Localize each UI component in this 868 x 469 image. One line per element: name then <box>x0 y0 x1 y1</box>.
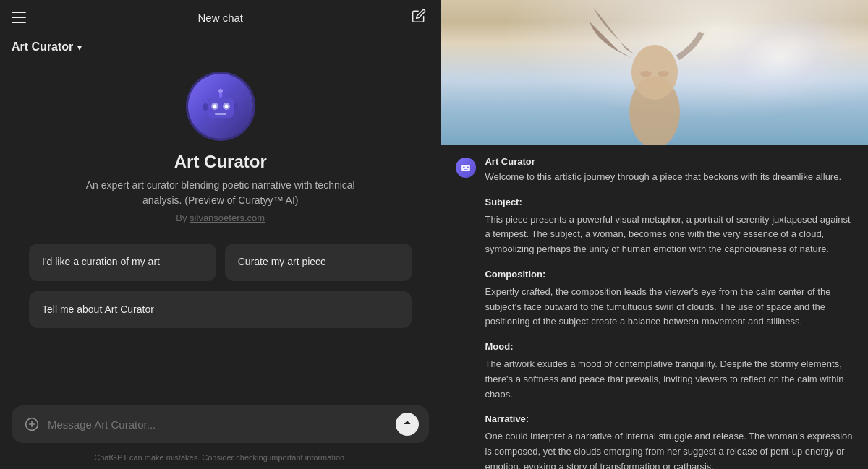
svg-point-4 <box>224 105 228 108</box>
left-panel: New chat Art Curator ▾ <box>0 0 441 469</box>
suggestion-buttons: I'd like a curation of my art Curate my … <box>29 244 412 281</box>
art-curator-header[interactable]: Art Curator ▾ <box>0 35 441 59</box>
mood-title: Mood: <box>485 340 854 355</box>
svg-point-15 <box>640 71 652 77</box>
mood-text: The artwork exudes a mood of contemplati… <box>485 357 854 402</box>
svg-rect-8 <box>203 103 208 111</box>
footer-text: ChatGPT can make mistakes. Consider chec… <box>0 453 441 462</box>
subject-text: This piece presents a powerful visual me… <box>485 212 854 257</box>
composition-section: Composition: Expertly crafted, the compo… <box>485 267 854 330</box>
svg-point-16 <box>658 71 669 77</box>
chat-area[interactable]: Art Curator Welcome to this artistic jou… <box>441 145 868 469</box>
svg-point-7 <box>218 89 223 93</box>
msg-welcome: Welcome to this artistic journey through… <box>485 170 854 469</box>
msg-sender-name: Art Curator <box>485 156 535 167</box>
curate-suggestion-button[interactable]: Curate my art piece <box>225 244 412 281</box>
svg-point-14 <box>631 45 678 100</box>
art-image <box>441 0 868 145</box>
top-bar: New chat <box>0 0 441 35</box>
curator-description: An expert art curator blending poetic na… <box>69 178 373 208</box>
edit-icon[interactable] <box>412 9 429 26</box>
message-input[interactable] <box>48 418 390 431</box>
message-row: Art Curator Welcome to this artistic jou… <box>456 156 854 469</box>
chevron-down-icon: ▾ <box>77 43 82 53</box>
svg-rect-5 <box>215 113 226 115</box>
avatar <box>188 74 253 139</box>
new-chat-title: New chat <box>197 12 243 24</box>
svg-rect-9 <box>234 103 238 111</box>
narrative-title: Narrative: <box>485 412 854 427</box>
mood-section: Mood: The artwork exudes a mood of conte… <box>485 340 854 402</box>
subject-title: Subject: <box>485 195 854 210</box>
curator-by: By silvansoeters.com <box>176 212 265 223</box>
svg-rect-17 <box>462 165 471 171</box>
curator-link[interactable]: silvansoeters.com <box>190 212 265 223</box>
welcome-section: Welcome to this artistic journey through… <box>485 170 854 185</box>
subject-section: Subject: This piece presents a powerful … <box>485 195 854 257</box>
svg-point-19 <box>467 166 469 168</box>
curation-suggestion-button[interactable]: I'd like a curation of my art <box>29 244 216 281</box>
send-button[interactable] <box>396 413 419 436</box>
msg-content: Art Curator Welcome to this artistic jou… <box>485 156 854 469</box>
svg-rect-20 <box>464 169 468 170</box>
attach-icon[interactable] <box>22 414 42 434</box>
art-curator-header-text: Art Curator <box>12 40 73 53</box>
curator-name: Art Curator <box>174 152 267 172</box>
tell-me-button[interactable]: Tell me about Art Curator <box>29 291 412 329</box>
svg-point-3 <box>213 105 216 108</box>
input-area <box>12 405 429 443</box>
composition-title: Composition: <box>485 267 854 283</box>
msg-header: Art Curator <box>485 156 854 167</box>
menu-icon[interactable] <box>12 9 29 26</box>
right-panel: Art Curator Welcome to this artistic jou… <box>441 0 868 469</box>
composition-text: Expertly crafted, the composition leads … <box>485 285 854 330</box>
narrative-text: One could interpret a narrative of inter… <box>485 429 854 469</box>
narrative-section: Narrative: One could interpret a narrati… <box>485 412 854 469</box>
msg-avatar <box>456 158 476 178</box>
svg-point-18 <box>463 166 465 168</box>
